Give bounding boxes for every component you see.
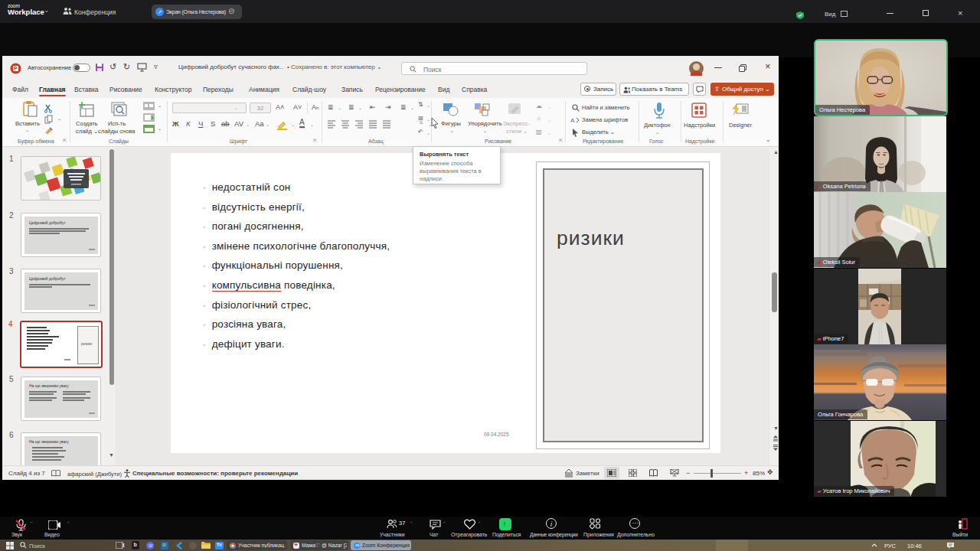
svg-text:P: P — [14, 66, 18, 71]
svg-text:А: А — [570, 117, 575, 124]
